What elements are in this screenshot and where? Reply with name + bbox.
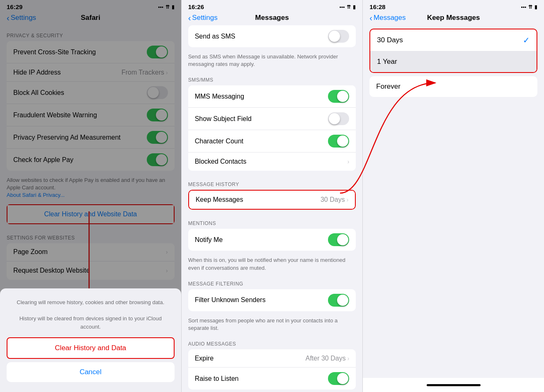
safari-panel: 16:29 ▪▪▪ ⇈ ▮ ‹ Settings Safari PRIVACY … xyxy=(0,0,182,392)
expire-label: Expire xyxy=(195,355,306,362)
keep-messages-panel: 16:28 ▪▪▪ ⇈ ▮ ‹ Messages Keep Messages 3… xyxy=(363,0,544,392)
section-smsmms: SMS/MMS xyxy=(182,70,363,85)
battery-icon-2: ▮ xyxy=(353,4,356,10)
character-count-label: Character Count xyxy=(195,138,328,145)
back-label-3: Messages xyxy=(374,14,406,22)
wifi-icon-2: ⇈ xyxy=(347,4,351,10)
keep-messages-content: 30 Days ✓ 1 Year Forever xyxy=(363,25,544,392)
smsmms-group: MMS Messaging Show Subject Field Charact… xyxy=(188,85,356,171)
mentions-group: Notify Me xyxy=(188,229,356,251)
mms-messaging-label: MMS Messaging xyxy=(195,93,328,100)
status-bar-2: 16:26 ▪▪▪ ⇈ ▮ xyxy=(182,0,363,12)
time-2: 16:26 xyxy=(188,3,204,10)
show-subject-row[interactable]: Show Subject Field xyxy=(188,108,356,130)
option-1-year-row[interactable]: 1 Year xyxy=(370,51,537,72)
send-sms-group: Send as SMS xyxy=(188,25,356,47)
wifi-icon-3: ⇈ xyxy=(528,4,532,10)
status-icons-3: ▪▪▪ ⇈ ▮ xyxy=(521,4,537,10)
keep-messages-chevron: › xyxy=(347,196,349,203)
option-30-days-label: 30 Days xyxy=(377,36,403,44)
nav-bar-2: ‹ Settings Messages xyxy=(182,12,363,25)
blocked-contacts-row[interactable]: Blocked Contacts › xyxy=(188,152,356,171)
filter-unknown-label: Filter Unknown Senders xyxy=(195,296,328,304)
battery-icon-3: ▮ xyxy=(534,4,537,10)
send-sms-row[interactable]: Send as SMS xyxy=(188,25,356,47)
status-bar-3: 16:28 ▪▪▪ ⇈ ▮ xyxy=(363,0,544,12)
messages-content: Send as SMS Send as SMS when iMessage is… xyxy=(182,25,363,392)
keep-options-group: 30 Days ✓ 1 Year xyxy=(369,29,537,73)
blocked-contacts-chevron: › xyxy=(347,158,350,165)
option-30-days-row[interactable]: 30 Days ✓ xyxy=(370,29,537,51)
page-title-3: Keep Messages xyxy=(427,14,480,22)
send-sms-label: Send as SMS xyxy=(195,33,328,40)
raise-listen-label: Raise to Listen xyxy=(195,375,328,382)
mms-messaging-toggle[interactable] xyxy=(328,90,349,103)
raise-listen-row[interactable]: Raise to Listen xyxy=(188,368,356,390)
show-subject-toggle[interactable] xyxy=(328,112,349,125)
back-label-2: Settings xyxy=(192,14,217,22)
character-count-row[interactable]: Character Count xyxy=(188,130,356,152)
option-1-year-label: 1 Year xyxy=(377,58,397,66)
back-button-3[interactable]: ‹ Messages xyxy=(369,14,406,22)
modal-text: Clearing will remove history, cookies an… xyxy=(7,295,175,337)
notify-me-toggle[interactable] xyxy=(328,233,349,246)
show-subject-label: Show Subject Field xyxy=(195,115,328,123)
time-3: 16:28 xyxy=(369,3,385,10)
notify-me-note: When this is on, you will be notified wh… xyxy=(182,254,363,273)
status-icons-2: ▪▪▪ ⇈ ▮ xyxy=(340,4,356,10)
forever-group: Forever xyxy=(369,76,537,97)
confirm-clear-button[interactable]: Clear History and Data xyxy=(7,337,175,359)
option-forever-label: Forever xyxy=(376,82,401,91)
send-sms-toggle[interactable] xyxy=(328,30,349,43)
section-history: MESSAGE HISTORY xyxy=(182,174,363,190)
cancel-button[interactable]: Cancel xyxy=(7,362,175,382)
blocked-contacts-label: Blocked Contacts xyxy=(195,158,347,165)
filter-unknown-row[interactable]: Filter Unknown Senders xyxy=(188,289,356,311)
nav-bar-3: ‹ Messages Keep Messages xyxy=(363,12,544,25)
filtering-group: Filter Unknown Senders xyxy=(188,289,356,311)
character-count-toggle[interactable] xyxy=(328,135,349,148)
page-title-2: Messages xyxy=(255,14,289,22)
keep-messages-row[interactable]: Keep Messages 30 Days › xyxy=(189,191,355,209)
audio-group: Expire After 30 Days › Raise to Listen xyxy=(188,349,356,390)
notify-me-label: Notify Me xyxy=(195,236,328,244)
option-30-days-check: ✓ xyxy=(523,35,530,45)
signal-icon-3: ▪▪▪ xyxy=(521,4,526,10)
mms-messaging-row[interactable]: MMS Messaging xyxy=(188,85,356,108)
keep-messages-label: Keep Messages xyxy=(196,196,321,203)
keep-messages-value: 30 Days xyxy=(321,196,345,203)
filter-unknown-note: Sort messages from people who are not in… xyxy=(182,315,363,334)
keep-messages-group: Keep Messages 30 Days › xyxy=(188,190,356,210)
back-chevron-3: ‹ xyxy=(369,14,372,22)
section-mentions: MENTIONS xyxy=(182,213,363,229)
raise-listen-toggle[interactable] xyxy=(328,372,349,385)
filter-unknown-toggle[interactable] xyxy=(328,294,349,307)
back-chevron-2: ‹ xyxy=(188,14,191,22)
send-sms-note: Send as SMS when iMessage is unavailable… xyxy=(182,51,363,70)
signal-icon-2: ▪▪▪ xyxy=(340,4,345,10)
modal-overlay: Clearing will remove history, cookies an… xyxy=(0,0,181,392)
section-filtering: MESSAGE FILTERING xyxy=(182,273,363,289)
messages-panel: 16:26 ▪▪▪ ⇈ ▮ ‹ Settings Messages Send a… xyxy=(182,0,363,392)
option-forever-row[interactable]: Forever xyxy=(369,76,537,97)
home-indicator-3 xyxy=(363,378,544,392)
modal-sheet: Clearing will remove history, cookies an… xyxy=(0,288,181,392)
back-button-2[interactable]: ‹ Settings xyxy=(188,14,218,22)
section-audio: AUDIO MESSAGES xyxy=(182,334,363,349)
home-bar-3 xyxy=(427,384,481,386)
notify-me-row[interactable]: Notify Me xyxy=(188,229,356,251)
expire-row[interactable]: Expire After 30 Days › xyxy=(188,349,356,368)
expire-value: After 30 Days xyxy=(306,355,346,362)
expire-chevron: › xyxy=(347,355,350,362)
